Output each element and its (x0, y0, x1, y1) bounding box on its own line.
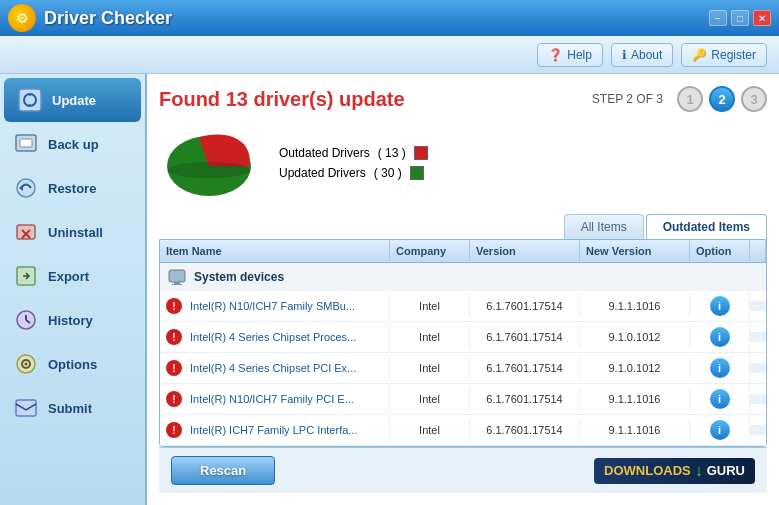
error-icon-1: ! (166, 329, 182, 345)
info-button-2[interactable]: i (710, 358, 730, 378)
main-layout: Update Back up Restore Uninstall Export (0, 74, 779, 505)
table-row: ! Intel(R) N10/ICH7 Family PCI E... Inte… (160, 384, 766, 415)
sidebar-item-uninstall[interactable]: Uninstall (0, 210, 145, 254)
sidebar-item-export[interactable]: Export (0, 254, 145, 298)
info-button-4[interactable]: i (710, 420, 730, 440)
error-icon-2: ! (166, 360, 182, 376)
info-button-0[interactable]: i (710, 296, 730, 316)
option-4[interactable]: i (690, 415, 750, 445)
info-button-1[interactable]: i (710, 327, 730, 347)
table-row: ! Intel(R) 4 Series Chipset Proces... In… (160, 322, 766, 353)
option-1[interactable]: i (690, 322, 750, 352)
info-button-3[interactable]: i (710, 389, 730, 409)
sidebar-item-backup-label: Back up (48, 137, 99, 152)
new-version-2: 9.1.0.1012 (580, 357, 690, 379)
tabs-row: All Items Outdated Items (159, 214, 767, 239)
svg-point-15 (25, 363, 28, 366)
update-icon (16, 86, 44, 114)
sidebar-item-uninstall-label: Uninstall (48, 225, 103, 240)
driver-name-4: ! Intel(R) ICH7 Family LPC Interfa... (160, 417, 390, 443)
error-icon-3: ! (166, 391, 182, 407)
new-version-0: 9.1.1.1016 (580, 295, 690, 317)
version-2: 6.1.7601.17514 (470, 357, 580, 379)
table-body[interactable]: System devices ! Intel(R) N10/ICH7 Famil… (160, 263, 766, 446)
new-version-3: 9.1.1.1016 (580, 388, 690, 410)
toolbar: ❓ Help ℹ About 🔑 Register (0, 36, 779, 74)
scroll-3 (750, 394, 766, 404)
svg-rect-20 (174, 282, 180, 284)
driver-name-2: ! Intel(R) 4 Series Chipset PCI Ex... (160, 355, 390, 381)
col-company: Company (390, 240, 470, 262)
history-icon (12, 306, 40, 334)
error-icon-4: ! (166, 422, 182, 438)
bottom-bar: Rescan DOWNLOADS ↓ GURU (159, 447, 767, 493)
step-area: STEP 2 OF 3 1 2 3 (592, 86, 767, 112)
maximize-button[interactable]: □ (731, 10, 749, 26)
svg-rect-16 (16, 400, 36, 416)
step-label: STEP 2 OF 3 (592, 92, 663, 106)
sidebar-item-options[interactable]: Options (0, 342, 145, 386)
svg-rect-21 (172, 284, 182, 285)
register-icon: 🔑 (692, 48, 707, 62)
driver-name-1: ! Intel(R) 4 Series Chipset Proces... (160, 324, 390, 350)
version-3: 6.1.7601.17514 (470, 388, 580, 410)
watermark-text: DOWNLOADS (604, 463, 691, 478)
sidebar-item-backup[interactable]: Back up (0, 122, 145, 166)
driver-name-3: ! Intel(R) N10/ICH7 Family PCI E... (160, 386, 390, 412)
new-version-1: 9.1.0.1012 (580, 326, 690, 348)
sidebar-item-submit-label: Submit (48, 401, 92, 416)
company-4: Intel (390, 419, 470, 441)
sidebar-item-options-label: Options (48, 357, 97, 372)
sidebar-item-submit[interactable]: Submit (0, 386, 145, 430)
sidebar-item-restore[interactable]: Restore (0, 166, 145, 210)
table-row: ! Intel(R) N10/ICH7 Family SMBu... Intel… (160, 291, 766, 322)
help-button[interactable]: ❓ Help (537, 43, 603, 67)
group-system-devices: System devices (160, 263, 766, 291)
app-title: Driver Checker (44, 8, 709, 29)
close-button[interactable]: ✕ (753, 10, 771, 26)
svg-rect-6 (17, 225, 35, 239)
export-icon (12, 262, 40, 290)
tab-outdated-items[interactable]: Outdated Items (646, 214, 767, 239)
scroll-1 (750, 332, 766, 342)
register-button[interactable]: 🔑 Register (681, 43, 767, 67)
sidebar-item-update-label: Update (52, 93, 96, 108)
minimize-button[interactable]: − (709, 10, 727, 26)
table-header: Item Name Company Version New Version Op… (160, 240, 766, 263)
version-0: 6.1.7601.17514 (470, 295, 580, 317)
option-0[interactable]: i (690, 291, 750, 321)
updated-count: ( 30 ) (374, 166, 402, 180)
scroll-2 (750, 363, 766, 373)
svg-point-18 (167, 162, 251, 178)
sidebar-item-history[interactable]: History (0, 298, 145, 342)
options-icon (12, 350, 40, 378)
col-option: Option (690, 240, 750, 262)
submit-icon (12, 394, 40, 422)
new-version-4: 9.1.1.1016 (580, 419, 690, 441)
driver-name-0: ! Intel(R) N10/ICH7 Family SMBu... (160, 293, 390, 319)
updated-color-box (410, 166, 424, 180)
chart-area: Outdated Drivers ( 13 ) Updated Drivers … (159, 122, 767, 204)
step-1-circle: 1 (677, 86, 703, 112)
content-header: Found 13 driver(s) update STEP 2 OF 3 1 … (159, 86, 767, 112)
company-1: Intel (390, 326, 470, 348)
uninstall-icon (12, 218, 40, 246)
about-button[interactable]: ℹ About (611, 43, 673, 67)
watermark-arrow-icon: ↓ (695, 462, 703, 480)
col-new-version: New Version (580, 240, 690, 262)
error-icon-0: ! (166, 298, 182, 314)
svg-rect-19 (169, 270, 185, 282)
system-devices-icon (168, 268, 186, 286)
version-1: 6.1.7601.17514 (470, 326, 580, 348)
rescan-button[interactable]: Rescan (171, 456, 275, 485)
company-3: Intel (390, 388, 470, 410)
watermark: DOWNLOADS ↓ GURU (594, 458, 755, 484)
option-3[interactable]: i (690, 384, 750, 414)
restore-icon (12, 174, 40, 202)
tab-all-items[interactable]: All Items (564, 214, 644, 239)
sidebar: Update Back up Restore Uninstall Export (0, 74, 147, 505)
sidebar-item-update[interactable]: Update (4, 78, 141, 122)
company-0: Intel (390, 295, 470, 317)
option-2[interactable]: i (690, 353, 750, 383)
updated-label: Updated Drivers (279, 166, 366, 180)
